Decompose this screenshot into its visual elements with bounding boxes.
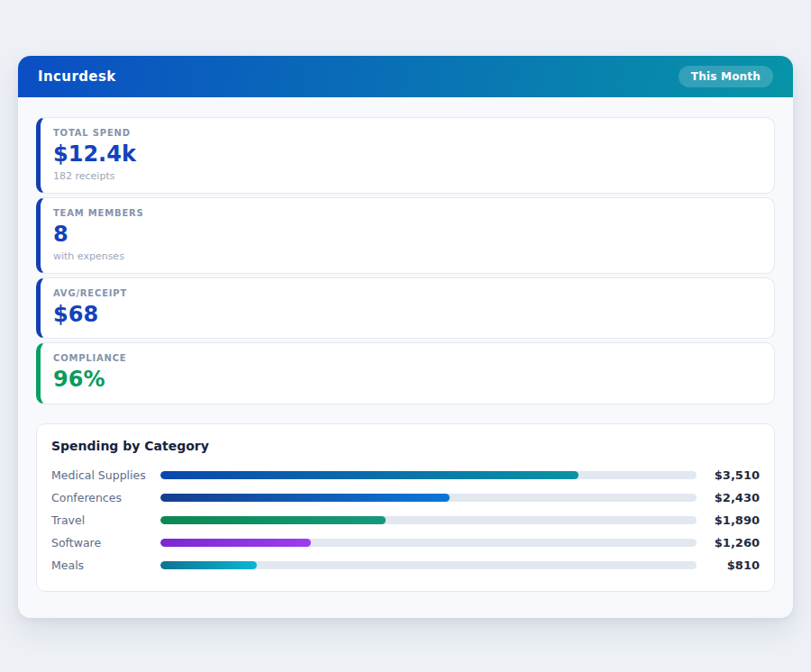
bar-fill — [160, 494, 450, 502]
bar-fill — [160, 561, 257, 569]
category-label: Conferences — [51, 491, 160, 504]
stat-value: $68 — [53, 302, 758, 328]
bar-track — [160, 561, 697, 569]
panel-body: TOTAL SPEND $12.4k 182 receipts TEAM MEM… — [18, 97, 793, 610]
category-row-conferences: Conferences $2,430 — [51, 486, 760, 509]
stat-value: 8 — [53, 222, 758, 248]
stat-label: TOTAL SPEND — [53, 128, 758, 138]
stat-card-avg-receipt: AVG/RECEIPT $68 — [36, 277, 775, 340]
category-row-software: Software $1,260 — [51, 531, 760, 554]
stat-label: COMPLIANCE — [53, 353, 758, 363]
bar-track — [160, 516, 697, 524]
bar-track — [160, 539, 697, 547]
category-label: Medical Supplies — [51, 468, 160, 482]
stat-subtext: 182 receipts — [53, 170, 758, 182]
category-value: $1,890 — [697, 513, 760, 527]
stat-value: $12.4k — [53, 141, 758, 168]
stat-card-team-members: TEAM MEMBERS 8 with expenses — [36, 197, 775, 274]
section-title: Spending by Category — [51, 439, 760, 453]
category-label: Travel — [51, 513, 160, 527]
stat-card-total-spend: TOTAL SPEND $12.4k 182 receipts — [36, 117, 775, 194]
app-title: Incurdesk — [38, 68, 116, 85]
bar-fill — [160, 516, 386, 524]
category-label: Meals — [51, 558, 160, 572]
bar-track — [160, 494, 697, 502]
stat-label: AVG/RECEIPT — [53, 288, 758, 298]
stat-card-compliance: COMPLIANCE 96% — [36, 342, 775, 404]
category-value: $2,430 — [697, 491, 760, 504]
category-row-meals: Meals $810 — [51, 554, 760, 577]
spending-by-category-card: Spending by Category Medical Supplies $3… — [36, 423, 775, 592]
bar-track — [160, 471, 697, 479]
period-badge[interactable]: This Month — [679, 66, 773, 87]
bar-fill — [160, 539, 311, 547]
header-bar: Incurdesk This Month — [18, 56, 793, 97]
category-value: $810 — [697, 558, 760, 572]
stat-value: 96% — [53, 367, 758, 393]
category-value: $1,260 — [697, 536, 760, 549]
stat-subtext: with expenses — [53, 250, 758, 262]
category-value: $3,510 — [697, 468, 760, 482]
dashboard-panel: Incurdesk This Month TOTAL SPEND $12.4k … — [18, 56, 793, 618]
stat-label: TEAM MEMBERS — [53, 208, 758, 218]
bar-fill — [160, 471, 579, 479]
category-label: Software — [51, 536, 160, 549]
category-row-travel: Travel $1,890 — [51, 509, 760, 531]
category-row-medical-supplies: Medical Supplies $3,510 — [51, 464, 760, 486]
